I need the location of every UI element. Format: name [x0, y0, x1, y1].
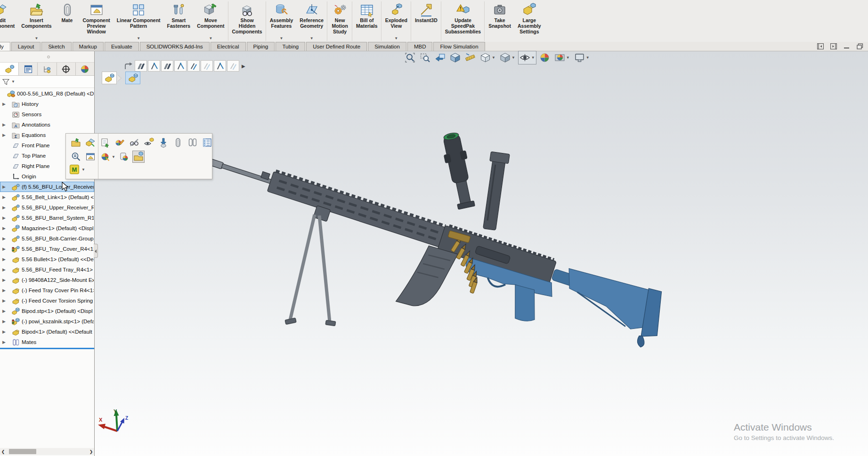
scrollbar-track[interactable]: [6, 448, 88, 455]
ribbon-button[interactable]: Assembly Features ▼: [267, 1, 297, 41]
chevron-down-icon[interactable]: ▼: [81, 168, 85, 172]
scroll-left-icon[interactable]: ❮: [0, 449, 6, 454]
restore-icon[interactable]: [857, 43, 863, 49]
tree-item[interactable]: ▶ 5.56_BFU_Feed Tray_R4<1> (D: [0, 264, 94, 275]
tree-expander-icon[interactable]: ▶: [1, 319, 7, 324]
quick-mate-button[interactable]: [174, 60, 187, 72]
quick-mate-button[interactable]: [135, 60, 147, 72]
hud-button[interactable]: ▼: [518, 51, 536, 64]
context-button[interactable]: [172, 136, 184, 149]
hud-button[interactable]: ▼: [573, 51, 591, 64]
tree-expander-icon[interactable]: ▶: [1, 247, 7, 251]
tree-expander-icon[interactable]: ▶: [1, 102, 7, 106]
context-button[interactable]: [143, 136, 155, 149]
context-button[interactable]: [70, 151, 82, 163]
minimize-icon[interactable]: [844, 43, 850, 49]
hud-button[interactable]: ▼: [418, 51, 432, 64]
context-button[interactable]: [114, 136, 126, 149]
tree-item[interactable]: ▶ Bipod<1> (Default) <<Default: [0, 327, 94, 337]
context-button[interactable]: [84, 136, 97, 149]
tree-item[interactable]: ▶ 5.56_BFU_Upper_Receiver_R5<: [0, 202, 94, 213]
tree-item[interactable]: ▶ Annotations: [0, 120, 94, 130]
tree-expander-icon[interactable]: ▶: [1, 133, 7, 137]
breadcrumb-component-chip[interactable]: [125, 72, 140, 84]
ribbon-tab[interactable]: Assembly: [0, 42, 10, 51]
filter-funnel-icon[interactable]: [2, 78, 10, 86]
hud-button[interactable]: ▼: [403, 51, 417, 64]
tree-item[interactable]: ▶ 5.56_BFU_Barrel_System_R1<1: [0, 213, 94, 223]
scrollbar-thumb[interactable]: [9, 449, 36, 454]
hud-button[interactable]: ▼: [553, 51, 571, 64]
tree-expander-icon[interactable]: ▶: [1, 267, 7, 272]
context-button[interactable]: [187, 136, 199, 149]
ribbon-button[interactable]: Instant3D ▼: [412, 1, 441, 41]
tree-expander-icon[interactable]: ▶: [1, 195, 7, 200]
ribbon-tab[interactable]: MBD: [407, 42, 433, 51]
breadcrumb-assembly-chip[interactable]: [102, 72, 117, 84]
tree-item[interactable]: ▶ History: [0, 99, 94, 109]
context-button[interactable]: [99, 136, 111, 149]
tree-item[interactable]: ▶ 5.56_BFU_Bolt-Carrier-Group_I: [0, 233, 94, 244]
ribbon-tab[interactable]: Simulation: [368, 42, 406, 51]
ribbon-tab[interactable]: Tubing: [276, 42, 305, 51]
redo-arrow-icon[interactable]: [123, 61, 133, 71]
ribbon-button[interactable]: Edit Component ▼: [0, 1, 18, 41]
ribbon-button[interactable]: Show Hidden Components ▼: [229, 1, 266, 41]
tree-expander-icon[interactable]: ▶: [1, 257, 7, 262]
ribbon-button[interactable]: Mate ▼: [55, 1, 80, 41]
scroll-right-icon[interactable]: ❯: [88, 449, 94, 454]
tree-expander-icon[interactable]: ▶: [1, 216, 7, 220]
tree-item[interactable]: ▶ Bipod.stp<1> (Default) <Displ: [0, 306, 94, 316]
tree-expander-icon[interactable]: ▶: [1, 309, 7, 313]
tree-expander-icon[interactable]: ▶: [1, 236, 7, 241]
ribbon-tab[interactable]: Markup: [73, 42, 104, 51]
pane-collapse-left-icon[interactable]: [817, 43, 824, 49]
panel-collapse-handle[interactable]: [94, 244, 98, 258]
ribbon-button[interactable]: Move Component ▼: [194, 1, 228, 41]
hud-button[interactable]: ▼: [448, 51, 462, 64]
tree-item[interactable]: ▶ 5.56_Belt_Link<1> (Default) <I: [0, 192, 94, 202]
hud-button[interactable]: ▼: [479, 51, 497, 64]
quick-mate-button[interactable]: [148, 60, 160, 72]
tree-item[interactable]: ▶ Sensors: [0, 109, 94, 120]
horizontal-scrollbar[interactable]: ❮ ❯: [0, 448, 94, 455]
ribbon-tab[interactable]: User Defined Route: [306, 42, 367, 51]
quick-mate-button[interactable]: [227, 60, 239, 72]
tree-item[interactable]: ▶ (-) Feed Cover Torsion Spring: [0, 296, 94, 306]
ribbon-button[interactable]: Take Snapshot ▼: [485, 1, 514, 41]
ribbon-button[interactable]: Large Assembly Settings ▼: [514, 1, 544, 41]
chevron-down-icon[interactable]: ▼: [11, 80, 15, 84]
tree-item[interactable]: ▶ 000-5.56_LMG_R8 (Default) <Displa: [0, 88, 94, 99]
ribbon-button[interactable]: Insert Components ▼: [18, 1, 55, 41]
tab-property-manager[interactable]: [19, 63, 38, 75]
tree-item[interactable]: ▶ (f) 5.56_BFU_Lower_Receiver_R: [0, 182, 94, 192]
context-button[interactable]: [157, 136, 170, 149]
tree-expander-icon[interactable]: ▶: [1, 288, 7, 293]
ribbon-tab[interactable]: Flow Simulation: [433, 42, 485, 51]
hud-button[interactable]: ▼: [463, 51, 477, 64]
context-button[interactable]: [99, 151, 111, 163]
ribbon-tab[interactable]: Piping: [247, 42, 275, 51]
tab-dimxpert-manager[interactable]: [57, 63, 76, 75]
quick-mate-button[interactable]: [187, 60, 200, 72]
hud-button[interactable]: ▼: [433, 51, 447, 64]
graphics-viewport[interactable]: [95, 51, 868, 456]
panel-splitter[interactable]: [0, 51, 94, 63]
ribbon-button[interactable]: Reference Geometry ▼: [296, 1, 327, 41]
hud-button[interactable]: ▼: [538, 51, 552, 64]
ribbon-button[interactable]: New Motion Study ▼: [328, 1, 352, 41]
tree-expander-icon[interactable]: ▶: [1, 329, 7, 334]
context-button[interactable]: [132, 151, 145, 163]
pane-collapse-right-icon[interactable]: [830, 43, 837, 49]
context-button[interactable]: [70, 136, 82, 149]
ribbon-button[interactable]: Bill of Materials ▼: [353, 1, 381, 41]
tree-item[interactable]: ▶ (-) Feed Tray Cover Pin R4<1>: [0, 285, 94, 296]
tree-item[interactable]: ▶ 5.56 Bullet<1> (Default) <<De: [0, 254, 94, 264]
ribbon-tab[interactable]: Electrical: [211, 42, 246, 51]
tree-item[interactable]: ▶ (-) powi_kszalnik.stp<1> (Defa: [0, 316, 94, 327]
hud-button[interactable]: ▼: [498, 51, 517, 64]
tree-expander-icon[interactable]: ▶: [1, 226, 7, 231]
ribbon-tab[interactable]: Sketch: [41, 42, 71, 51]
ribbon-tab[interactable]: Evaluate: [105, 42, 139, 51]
ribbon-tab[interactable]: Layout: [11, 42, 41, 51]
